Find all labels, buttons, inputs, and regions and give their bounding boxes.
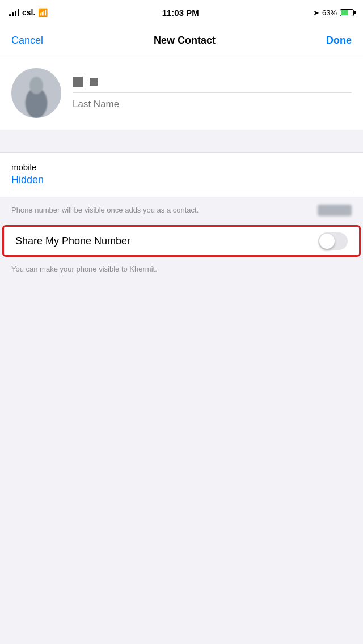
phone-value: Hidden — [11, 174, 352, 193]
share-footer-text: You can make your phone visible to Kherm… — [11, 265, 157, 273]
share-phone-section: Share My Phone Number — [2, 225, 361, 257]
status-right: ➤ 63% — [313, 9, 354, 17]
first-name-pixelated — [73, 77, 83, 87]
share-phone-label: Share My Phone Number — [15, 235, 130, 247]
page-title: New Contact — [154, 35, 216, 46]
avatar-image — [11, 68, 61, 118]
status-time: 11:03 PM — [162, 8, 199, 18]
battery-icon — [340, 9, 354, 16]
share-section-wrapper: Share My Phone Number — [0, 224, 363, 258]
avatar[interactable] — [11, 68, 61, 118]
toggle-thumb — [319, 234, 335, 249]
share-phone-toggle[interactable] — [318, 232, 348, 250]
first-name-pixelated-2 — [90, 78, 98, 86]
phone-section: mobile Hidden — [0, 152, 363, 197]
phone-info-text: Phone number will be visible once adds y… — [11, 205, 309, 215]
first-name-row — [73, 77, 352, 92]
done-button[interactable]: Done — [326, 35, 352, 46]
carrier-label: csl. — [22, 8, 35, 17]
status-left: csl. 📶 — [9, 8, 48, 17]
location-icon: ➤ — [313, 9, 319, 17]
battery-percent: 63% — [322, 9, 337, 17]
cancel-button[interactable]: Cancel — [11, 35, 43, 46]
hidden-number-placeholder — [318, 205, 352, 216]
status-bar: csl. 📶 11:03 PM ➤ 63% — [0, 0, 363, 25]
background-fill — [0, 286, 363, 512]
contact-section — [0, 56, 363, 130]
nav-bar: Cancel New Contact Done — [0, 25, 363, 56]
wifi-icon: 📶 — [38, 8, 48, 17]
section-gap-1 — [0, 130, 363, 152]
phone-label: mobile — [11, 162, 352, 172]
signal-icon — [9, 9, 19, 16]
last-name-input[interactable] — [73, 92, 352, 110]
name-fields — [73, 77, 352, 110]
share-footer: You can make your phone visible to Kherm… — [0, 258, 363, 286]
phone-info-section: Phone number will be visible once adds y… — [0, 197, 363, 224]
